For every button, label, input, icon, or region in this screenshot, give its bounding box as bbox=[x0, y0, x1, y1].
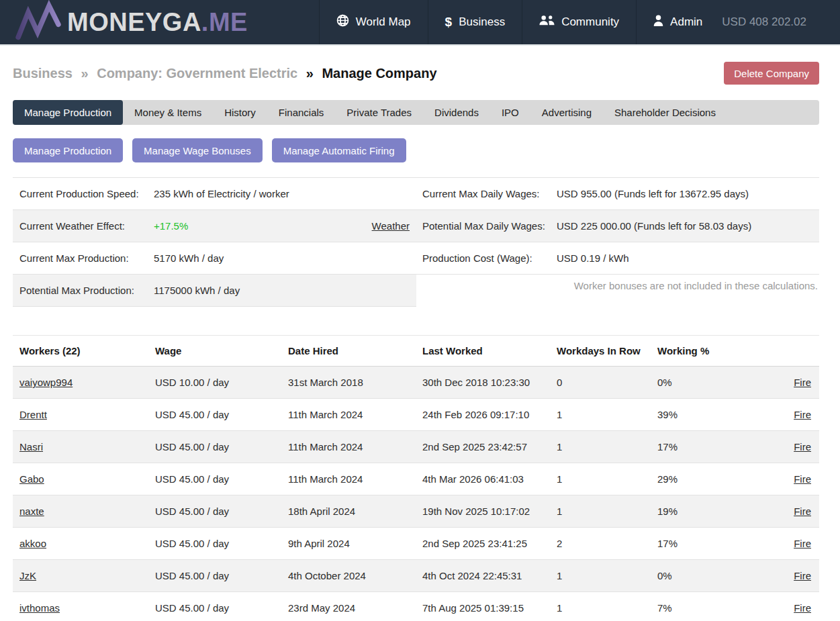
tab-money-items[interactable]: Money & Items bbox=[123, 100, 213, 125]
manage-production-button[interactable]: Manage Production bbox=[13, 138, 123, 162]
worker-name-link[interactable]: Gabo bbox=[19, 473, 44, 485]
worker-working-percent: 0% bbox=[657, 377, 772, 388]
breadcrumb: Business » Company: Government Electric … bbox=[13, 66, 442, 81]
table-row: vaiyowp994 USD 10.00 / day 31st March 20… bbox=[13, 367, 819, 399]
info-value: USD 0.19 / kWh bbox=[557, 252, 629, 264]
worker-workdays-in-row: 1 bbox=[557, 409, 657, 420]
worker-workdays-in-row: 1 bbox=[557, 441, 657, 452]
worker-date-hired: 23rd May 2024 bbox=[288, 602, 422, 614]
nav-item-admin[interactable]: Admin bbox=[636, 0, 719, 44]
workers-table: Workers (22) Wage Date Hired Last Worked… bbox=[13, 335, 819, 621]
worker-wage: USD 45.00 / day bbox=[155, 506, 288, 517]
worker-date-hired: 11th March 2024 bbox=[288, 473, 422, 485]
tab-financials[interactable]: Financials bbox=[267, 100, 336, 125]
info-label: Current Max Production: bbox=[19, 252, 154, 264]
worker-last-worked: 24th Feb 2026 09:17:10 bbox=[422, 409, 557, 420]
tab-shareholder-decisions[interactable]: Shareholder Decisions bbox=[603, 100, 727, 125]
header-working-percent: Working % bbox=[657, 345, 772, 356]
header-workers: Workers (22) bbox=[19, 345, 155, 356]
worker-date-hired: 4th October 2024 bbox=[288, 570, 422, 581]
nav-item-community[interactable]: Community bbox=[522, 0, 636, 44]
worker-last-worked: 2nd Sep 2025 23:41:25 bbox=[422, 538, 557, 549]
tab-advertising[interactable]: Advertising bbox=[530, 100, 603, 125]
tab-dividends[interactable]: Dividends bbox=[423, 100, 490, 125]
worker-name-link[interactable]: JzK bbox=[19, 570, 36, 581]
nav-item-world-map[interactable]: World Map bbox=[319, 0, 428, 44]
worker-bonuses-note: Worker bonuses are not included in these… bbox=[416, 275, 819, 291]
fire-link[interactable]: Fire bbox=[794, 602, 811, 614]
worker-name-link[interactable]: Drentt bbox=[19, 409, 47, 420]
header-workdays-in-row: Workdays In Row bbox=[557, 345, 657, 356]
fire-link[interactable]: Fire bbox=[794, 409, 811, 420]
fire-link[interactable]: Fire bbox=[794, 506, 811, 517]
info-row-weather-effect: Current Weather Effect: +17.5% Weather bbox=[13, 210, 416, 242]
brand-suffix: .ME bbox=[201, 8, 248, 36]
info-label: Current Weather Effect: bbox=[19, 220, 154, 232]
account-balance: USD 408 202.02 bbox=[722, 0, 840, 44]
worker-workdays-in-row: 1 bbox=[557, 473, 657, 485]
manage-automatic-firing-button[interactable]: Manage Automatic Firing bbox=[272, 138, 406, 162]
user-icon bbox=[653, 15, 663, 30]
nav-item-business[interactable]: $ Business bbox=[428, 0, 522, 44]
table-row: naxte USD 45.00 / day 18th April 2024 19… bbox=[13, 495, 819, 528]
info-value: 235 kWh of Electricity / worker bbox=[154, 188, 289, 199]
worker-working-percent: 17% bbox=[657, 538, 772, 549]
top-navbar: MONEYGA.ME World Map $ Business Communit… bbox=[0, 0, 840, 46]
tab-manage-production[interactable]: Manage Production bbox=[13, 100, 123, 125]
table-row: JzK USD 45.00 / day 4th October 2024 4th… bbox=[13, 560, 819, 592]
info-label: Current Max Daily Wages: bbox=[422, 188, 557, 199]
table-row: Nasri USD 45.00 / day 11th March 2024 2n… bbox=[13, 431, 819, 463]
workers-table-header: Workers (22) Wage Date Hired Last Worked… bbox=[13, 336, 819, 367]
worker-workdays-in-row: 1 bbox=[557, 506, 657, 517]
brand-name: MONEYGA.ME bbox=[67, 9, 248, 35]
nav-item-label: World Map bbox=[356, 15, 411, 29]
breadcrumb-company[interactable]: Company: Government Electric bbox=[97, 66, 297, 81]
delete-company-button[interactable]: Delete Company bbox=[724, 62, 819, 85]
worker-name-link[interactable]: Nasri bbox=[19, 441, 43, 452]
manage-wage-bonuses-button[interactable]: Manage Wage Bonuses bbox=[132, 138, 263, 162]
tab-history[interactable]: History bbox=[213, 100, 267, 125]
worker-workdays-in-row: 2 bbox=[557, 538, 657, 549]
worker-wage: USD 45.00 / day bbox=[155, 473, 288, 485]
table-row: Gabo USD 45.00 / day 11th March 2024 4th… bbox=[13, 463, 819, 495]
worker-workdays-in-row: 1 bbox=[557, 570, 657, 581]
worker-name-link[interactable]: naxte bbox=[19, 506, 44, 517]
fire-link[interactable]: Fire bbox=[794, 377, 811, 388]
worker-working-percent: 29% bbox=[657, 473, 772, 485]
tab-ipo[interactable]: IPO bbox=[490, 100, 530, 125]
weather-effect-value: +17.5% bbox=[154, 220, 188, 232]
nav-item-label: Admin bbox=[670, 15, 702, 29]
weather-link[interactable]: Weather bbox=[372, 220, 410, 232]
info-row-production-speed: Current Production Speed: 235 kWh of Ele… bbox=[13, 178, 416, 210]
info-label: Current Production Speed: bbox=[19, 188, 154, 199]
worker-wage: USD 45.00 / day bbox=[155, 409, 288, 420]
worker-date-hired: 9th April 2024 bbox=[288, 538, 422, 549]
worker-workdays-in-row: 0 bbox=[557, 377, 657, 388]
company-tabs: Manage Production Money & Items History … bbox=[13, 100, 819, 125]
fire-link[interactable]: Fire bbox=[794, 441, 811, 452]
workers-body: vaiyowp994 USD 10.00 / day 31st March 20… bbox=[13, 367, 819, 621]
worker-wage: USD 10.00 / day bbox=[155, 377, 288, 388]
breadcrumb-business[interactable]: Business bbox=[13, 66, 73, 81]
worker-working-percent: 17% bbox=[657, 441, 772, 452]
worker-last-worked: 4th Oct 2024 22:45:31 bbox=[422, 570, 557, 581]
info-row-current-max-production: Current Max Production: 5170 kWh / day bbox=[13, 242, 416, 275]
info-label: Potential Max Daily Wages: bbox=[422, 220, 557, 232]
worker-name-link[interactable]: ivthomas bbox=[19, 602, 60, 614]
worker-last-worked: 2nd Sep 2025 23:42:57 bbox=[422, 441, 557, 452]
fire-link[interactable]: Fire bbox=[794, 570, 811, 581]
tab-private-trades[interactable]: Private Trades bbox=[335, 100, 423, 125]
worker-wage: USD 45.00 / day bbox=[155, 570, 288, 581]
worker-last-worked: 19th Nov 2025 10:17:02 bbox=[422, 506, 557, 517]
worker-name-link[interactable]: vaiyowp994 bbox=[19, 377, 73, 388]
table-row: Drentt USD 45.00 / day 11th March 2024 2… bbox=[13, 399, 819, 431]
fire-link[interactable]: Fire bbox=[794, 473, 811, 485]
production-info: Current Production Speed: 235 kWh of Ele… bbox=[13, 177, 819, 307]
header-last-worked: Last Worked bbox=[422, 345, 557, 356]
worker-name-link[interactable]: akkoo bbox=[19, 538, 46, 549]
info-value: USD 225 000.00 (Funds left for 58.03 day… bbox=[557, 220, 751, 232]
worker-last-worked: 30th Dec 2018 10:23:30 bbox=[422, 377, 557, 388]
brand-logo[interactable]: MONEYGA.ME bbox=[0, 0, 248, 44]
info-value: 1175000 kWh / day bbox=[154, 285, 240, 296]
fire-link[interactable]: Fire bbox=[794, 538, 811, 549]
